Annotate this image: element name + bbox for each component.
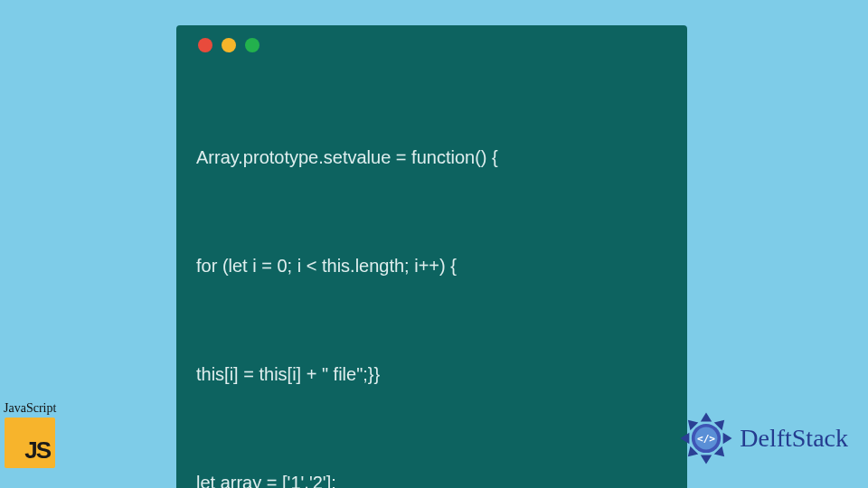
svg-marker-2 (723, 433, 732, 444)
code-window: Array.prototype.setvalue = function() { … (176, 25, 687, 488)
javascript-short: JS (24, 436, 50, 465)
javascript-badge: JavaScript JS (4, 401, 56, 468)
javascript-icon: JS (5, 418, 55, 468)
maximize-icon (245, 38, 259, 52)
window-traffic-lights (196, 38, 667, 52)
svg-text:</>: </> (697, 433, 715, 445)
minimize-icon (222, 38, 236, 52)
delftstack-branding: </> DelftStack (678, 410, 848, 466)
code-line: for (let i = 0; i < this.length; i++) { (196, 248, 667, 284)
svg-marker-6 (681, 433, 690, 444)
code-line: this[i] = this[i] + " file";}} (196, 356, 667, 392)
javascript-label: JavaScript (4, 401, 56, 416)
code-line: let array = ['1','2']; (196, 465, 667, 488)
code-block: Array.prototype.setvalue = function() { … (196, 67, 667, 488)
delftstack-logo-icon: </> (678, 410, 734, 466)
svg-marker-0 (701, 412, 712, 421)
code-line: Array.prototype.setvalue = function() { (196, 139, 667, 175)
close-icon (198, 38, 212, 52)
svg-marker-4 (701, 455, 712, 465)
delftstack-text: DelftStack (740, 424, 848, 453)
